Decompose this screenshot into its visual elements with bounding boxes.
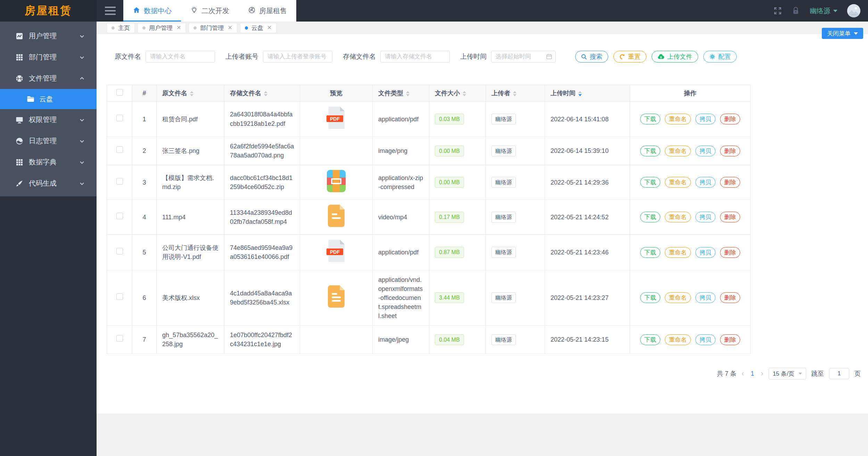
- sidebar-item-file-mgmt[interactable]: 文件管理: [0, 68, 97, 89]
- next-page-icon[interactable]: ›: [761, 370, 763, 377]
- sort-icon-active[interactable]: [578, 91, 582, 96]
- col-original-name: 原文件名: [157, 85, 224, 101]
- top-nav: 数据中心 二次开发 房屋租售: [123, 0, 296, 22]
- copy-button[interactable]: 拷贝: [695, 212, 716, 222]
- tab-cloud-disk[interactable]: 云盘 ✕: [240, 23, 276, 33]
- sidebar-item-cloud-disk[interactable]: 云盘: [0, 89, 97, 109]
- nav-item-data-center[interactable]: 数据中心: [123, 0, 181, 22]
- sidebar-item-permission-mgmt[interactable]: 权限管理: [0, 109, 97, 130]
- close-icon[interactable]: ✕: [267, 25, 272, 31]
- rename-button[interactable]: 重命名: [665, 212, 691, 222]
- download-button[interactable]: 下载: [640, 146, 660, 156]
- lock-icon[interactable]: [792, 7, 800, 15]
- nav-item-house-rental[interactable]: 房屋租售: [239, 0, 296, 22]
- col-uploader: 上传者: [486, 85, 545, 101]
- uploader-account-input[interactable]: [263, 51, 332, 63]
- sort-icon[interactable]: [264, 91, 267, 96]
- row-index: 2: [132, 137, 157, 165]
- sort-icon[interactable]: [190, 91, 193, 96]
- bulb-icon: [190, 6, 198, 16]
- close-icon[interactable]: ✕: [228, 25, 232, 31]
- brush-icon: [15, 179, 24, 188]
- config-button[interactable]: 配置: [703, 51, 737, 63]
- rename-button[interactable]: 重命名: [665, 292, 691, 303]
- close-icon[interactable]: ✕: [176, 25, 181, 31]
- stored-filename-input[interactable]: [380, 51, 450, 63]
- delete-button[interactable]: 删除: [720, 146, 740, 156]
- sort-icon[interactable]: [463, 91, 466, 96]
- reset-button[interactable]: 重置: [613, 51, 646, 63]
- fullscreen-icon[interactable]: [774, 7, 782, 15]
- download-button[interactable]: 下载: [640, 334, 660, 345]
- row-checkbox[interactable]: [116, 335, 123, 342]
- file-type: application/vnd.openxmlformats-officedoc…: [373, 270, 429, 325]
- sidebar-item-log-mgmt[interactable]: 日志管理: [0, 130, 97, 152]
- sort-icon[interactable]: [406, 91, 410, 96]
- pdf-icon: PDF: [325, 239, 347, 262]
- upload-file-button[interactable]: 上传文件: [652, 51, 698, 63]
- delete-button[interactable]: 删除: [720, 334, 740, 345]
- top-header: 房屋租赁 数据中心 二次开发 房屋租售: [0, 0, 868, 22]
- search-button[interactable]: 搜索: [575, 51, 608, 63]
- row-checkbox[interactable]: [116, 178, 123, 185]
- upload-time: 2022-05-21 14:23:15: [545, 326, 630, 354]
- row-checkbox[interactable]: [116, 293, 123, 300]
- download-button[interactable]: 下载: [640, 177, 660, 188]
- rename-button[interactable]: 重命名: [665, 146, 691, 156]
- nav-item-secondary-dev[interactable]: 二次开发: [181, 0, 239, 22]
- prev-page-icon[interactable]: ‹: [742, 370, 744, 377]
- download-button[interactable]: 下载: [640, 292, 660, 303]
- delete-button[interactable]: 删除: [720, 114, 740, 124]
- download-button[interactable]: 下载: [640, 212, 660, 222]
- close-menu-button[interactable]: 关闭菜单: [822, 28, 863, 39]
- user-menu[interactable]: 幽络源: [810, 6, 837, 16]
- copy-button[interactable]: 拷贝: [695, 177, 716, 188]
- sidebar-item-dept-mgmt[interactable]: 部门管理: [0, 47, 97, 68]
- delete-button[interactable]: 删除: [720, 212, 740, 222]
- row-checkbox[interactable]: [116, 248, 123, 254]
- row-index: 4: [132, 200, 157, 235]
- copy-button[interactable]: 拷贝: [695, 114, 716, 124]
- row-checkbox[interactable]: [116, 213, 123, 219]
- download-button[interactable]: 下载: [640, 114, 660, 124]
- row-checkbox[interactable]: [116, 115, 123, 121]
- copy-button[interactable]: 拷贝: [695, 292, 716, 303]
- rename-button[interactable]: 重命名: [665, 114, 691, 124]
- sidebar-item-code-generation[interactable]: 代码生成: [0, 173, 97, 194]
- gear-icon: [709, 54, 716, 60]
- hamburger-icon[interactable]: [105, 7, 116, 15]
- rename-button[interactable]: 重命名: [665, 177, 691, 188]
- calendar-icon: [546, 54, 552, 60]
- sidebar-item-data-dictionary[interactable]: 数据字典: [0, 152, 97, 173]
- sidebar-item-user-mgmt[interactable]: 用户管理: [0, 25, 97, 47]
- stored-file-name: dacc0bc61cf34bc18d1259b4ce60d52c.zip: [224, 165, 300, 200]
- row-checkbox[interactable]: [116, 146, 123, 153]
- original-filename-input[interactable]: [146, 51, 215, 63]
- sort-icon[interactable]: [513, 91, 516, 96]
- rename-button[interactable]: 重命名: [665, 247, 691, 258]
- nav-item-label: 二次开发: [201, 6, 229, 16]
- tab-dot: [142, 26, 146, 30]
- field-label: 原文件名: [115, 52, 141, 61]
- delete-button[interactable]: 删除: [720, 292, 740, 303]
- grid-icon: [15, 53, 24, 62]
- copy-button[interactable]: 拷贝: [695, 247, 716, 258]
- file-size-badge: 0.17 MB: [435, 212, 464, 222]
- search-actions: 搜索 重置 上传文件 配置: [575, 51, 737, 63]
- download-button[interactable]: 下载: [640, 247, 660, 258]
- stored-file-name: 113344a2389349ed8d02fb7dacfa058f.mp4: [224, 200, 300, 235]
- delete-button[interactable]: 删除: [720, 247, 740, 258]
- delete-button[interactable]: 删除: [720, 177, 740, 188]
- tab-user-mgmt[interactable]: 用户管理 ✕: [138, 23, 186, 33]
- copy-button[interactable]: 拷贝: [695, 334, 716, 345]
- uploader-badge: 幽络源: [491, 146, 516, 156]
- avatar[interactable]: [847, 4, 860, 17]
- tab-home[interactable]: 主页: [107, 23, 135, 33]
- rename-button[interactable]: 重命名: [665, 334, 691, 345]
- page-size-select[interactable]: 15 条/页: [769, 368, 806, 380]
- select-all-checkbox[interactable]: [116, 89, 123, 96]
- jump-page-input[interactable]: [829, 368, 849, 379]
- page-number[interactable]: 1: [749, 370, 755, 377]
- tab-dept-mgmt[interactable]: 部门管理 ✕: [189, 23, 237, 33]
- copy-button[interactable]: 拷贝: [695, 146, 716, 156]
